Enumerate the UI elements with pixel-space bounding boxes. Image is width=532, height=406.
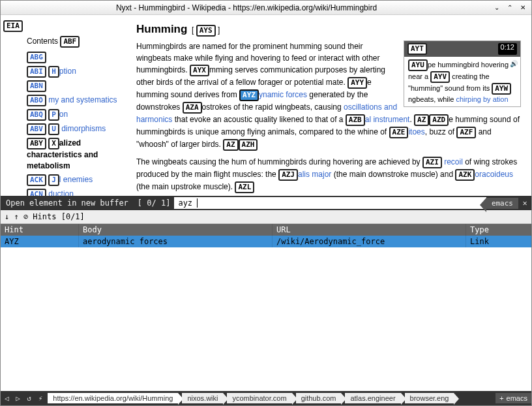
video-time: 0:12 <box>498 43 517 55</box>
buffer-tab[interactable]: browser.eng <box>405 393 454 403</box>
hint-label[interactable]: AYV <box>430 71 450 83</box>
link[interactable]: itoes <box>408 127 424 136</box>
toc-item[interactable]: ACK Jl enemies <box>3 174 128 186</box>
hint-label[interactable]: AZH <box>239 139 258 151</box>
nav-controls[interactable]: ◁ ▷ ↺ ⚡ <box>1 394 48 403</box>
titlebar: Nyxt - Hummingbird - Wikipedia - https:/… <box>1 1 531 15</box>
toc-item[interactable]: ABY Xalized characteristics and metaboli… <box>3 138 128 172</box>
status-bar: ◁ ▷ ↺ ⚡ https://en.wikipedia.org/wiki/Hu… <box>1 391 531 405</box>
close-prompt-button[interactable]: ✕ <box>518 196 531 210</box>
mode-label: emacs <box>507 394 527 402</box>
hint-label[interactable]: AYU <box>408 59 428 71</box>
mode-indicator: emacs <box>486 198 518 209</box>
col-url: URL <box>273 224 466 236</box>
cell-url: /wiki/Aerodynamic_force <box>273 236 466 247</box>
hint-label[interactable]: AYY <box>347 77 367 89</box>
toc-item[interactable]: ABN <box>3 80 128 92</box>
sidebar: EIA Contents ABF ABG ABI Hption ABN ABO … <box>1 15 131 196</box>
hint-label[interactable]: AZF <box>456 127 476 138</box>
link[interactable]: recoil <box>442 157 463 166</box>
table-row[interactable]: AYZ aerodynamic forces /wiki/Aerodynamic… <box>1 236 531 247</box>
window: Nyxt - Hummingbird - Wikipedia - https:/… <box>0 0 532 406</box>
hint-label[interactable]: AZK <box>455 169 475 181</box>
link[interactable]: alis major <box>298 170 331 179</box>
hint-label[interactable]: ABF <box>60 36 80 48</box>
speaker-icon[interactable]: 🔊 <box>510 59 518 68</box>
hint-label[interactable]: AZE <box>389 127 409 138</box>
toc-item[interactable]: ABI Hption <box>3 66 128 78</box>
prompt-label: Open element in new buffer <box>1 198 134 208</box>
hints-panel: ↓ ↑ ⊘ Hints [0/1] Hint Body URL Type AYZ… <box>1 210 531 391</box>
hint-label[interactable]: AZJ <box>278 169 298 181</box>
toc-item[interactable]: ABG <box>3 52 128 63</box>
status-right: + emacs <box>495 393 531 403</box>
hint-label[interactable]: AZL <box>235 181 254 193</box>
hint-label[interactable]: AYW <box>492 83 511 95</box>
link[interactable]: oracoideus <box>475 170 513 179</box>
buffer-tab[interactable]: https://en.wikipedia.org/wiki/Humming <box>48 393 178 403</box>
buffer-tab[interactable]: atlas.engineer <box>345 393 400 403</box>
maximize-button[interactable]: ⌃ <box>505 3 514 12</box>
close-button[interactable]: ✕ <box>518 3 527 12</box>
main-article: Humming [ AYS ] AYT 0:12 AYUpe hummingbi… <box>131 15 531 196</box>
prompt-input[interactable]: ayz <box>174 197 486 209</box>
cell-type: Link <box>466 236 531 247</box>
col-body: Body <box>79 224 273 236</box>
content-area: EIA Contents ABF ABG ABI Hption ABN ABO … <box>1 15 531 196</box>
hint-label[interactable]: AYX <box>190 65 209 76</box>
hint-label[interactable]: AYT <box>407 43 427 55</box>
window-title: Nyxt - Hummingbird - Wikipedia - https:/… <box>5 3 488 12</box>
link[interactable]: chirping by <box>456 95 490 103</box>
col-hint: Hint <box>1 224 79 236</box>
infobox: AYT 0:12 AYUpe hummingbird hovering near… <box>404 40 521 107</box>
section-heading-humming: Humming <box>136 23 187 35</box>
hint-label[interactable]: AZB <box>346 114 365 126</box>
hint-label[interactable]: EIA <box>3 20 23 32</box>
plus-icon[interactable]: + <box>499 394 503 402</box>
hint-label[interactable]: AZD <box>429 114 449 126</box>
cell-body: aerodynamic forces <box>79 236 273 247</box>
hint-label-selected[interactable]: AYZ <box>239 89 259 101</box>
hint-label[interactable]: AZI <box>422 157 442 168</box>
contents-heading: Contents ABF <box>3 36 128 48</box>
hint-label[interactable]: AZ <box>414 114 429 126</box>
col-type: Type <box>466 224 531 236</box>
toc-item[interactable]: ABQ Pon <box>3 109 128 121</box>
minibuffer: Open element in new buffer [ 0/ 1] ayz e… <box>1 196 531 210</box>
table-header-row: Hint Body URL Type <box>1 224 531 236</box>
toc-item[interactable]: ABV U dimorphisms <box>3 123 128 135</box>
hint-label[interactable]: AZA <box>183 102 202 114</box>
toc-item[interactable]: ABO my and systematics <box>3 95 128 106</box>
buffer-tab[interactable]: github.com <box>296 393 342 403</box>
link[interactable]: ation <box>493 95 509 103</box>
hint-label[interactable]: AZ <box>223 139 238 151</box>
paragraph: The wingbeats causing the hum of humming… <box>136 156 521 193</box>
cell-hint: AYZ <box>1 236 79 247</box>
minimize-button[interactable]: ⌄ <box>492 3 501 12</box>
buffer-tab[interactable]: ycombinator.com <box>227 393 291 403</box>
link-aerodynamic-forces[interactable]: ynamic forces <box>259 90 307 99</box>
prompt-count: [ 0/ 1] <box>134 198 175 208</box>
link[interactable]: al instrument <box>365 115 410 124</box>
hints-panel-header: ↓ ↑ ⊘ Hints [0/1] <box>1 210 531 224</box>
hint-label[interactable]: AYS <box>196 25 216 37</box>
toc-item[interactable]: ACN duction <box>3 189 128 196</box>
buffer-tab[interactable]: nixos.wiki <box>182 393 223 403</box>
